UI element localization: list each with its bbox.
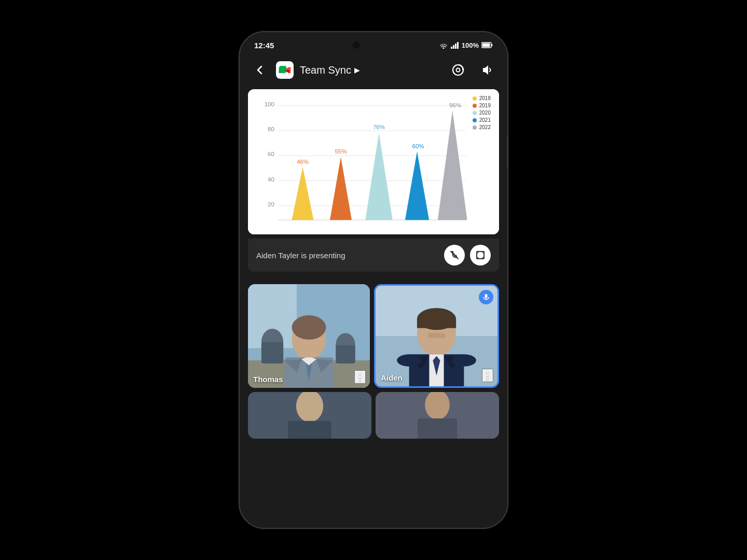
svg-point-11 [457,68,460,72]
meeting-title: Team Sync ▶ [300,64,360,76]
svg-rect-50 [428,333,445,338]
svg-text:55%: 55% [335,148,347,155]
wifi-icon [439,41,448,49]
bottom-tile-1 [248,392,371,439]
cursor-slash-icon [450,250,459,260]
svg-text:40: 40 [268,176,274,183]
bottom-tile-1-scene [248,392,371,439]
svg-text:60: 60 [268,151,274,157]
video-tile-aiden: Aiden ⋮ [374,284,499,388]
meet-logo [276,61,294,79]
svg-marker-12 [483,65,488,75]
svg-text:20: 20 [268,201,274,207]
video-tile-thomas: Thomas ⋮ [248,284,370,388]
legend-dot-2022 [473,125,477,130]
back-button[interactable] [250,60,270,80]
thomas-scene-bg [248,284,370,388]
presenter-text: Aiden Tayler is presenting [256,251,345,260]
chart-legend: 2018 2019 2020 2021 [473,95,491,130]
svg-rect-35 [261,342,283,363]
bar-2022 [438,110,467,220]
presenter-bar: Aiden Tayler is presenting [248,239,499,272]
svg-point-57 [452,354,476,367]
aiden-more-button[interactable]: ⋮ [482,369,493,382]
status-icons: 100% [439,41,493,49]
title-arrow-icon: ▶ [354,66,360,74]
legend-item-2021: 2021 [473,117,491,123]
phone-body: 12:45 100% [239,31,508,529]
thomas-name: Thomas [253,375,283,384]
legend-dot-2021 [473,118,477,122]
rotate-icon [451,63,465,77]
legend-dot-2019 [473,104,477,108]
battery-icon [481,42,493,48]
video-tiles: Thomas ⋮ [240,277,507,392]
bottom-tile-2-scene [376,392,499,439]
svg-rect-2 [455,44,457,49]
presenter-actions [444,245,491,265]
expand-button[interactable] [470,245,491,265]
legend-dot-2020 [473,111,477,115]
back-arrow-icon [254,64,266,76]
bar-2019 [330,157,352,220]
bottom-tile-2 [376,392,499,439]
svg-rect-49 [417,319,456,328]
phone-screen: 12:45 100% [240,32,507,528]
svg-rect-0 [451,47,452,49]
camera-notch [353,41,360,49]
legend-item-2018: 2018 [473,95,491,101]
legend-item-2020: 2020 [473,110,491,116]
svg-rect-5 [482,44,490,47]
svg-text:46%: 46% [297,159,309,165]
svg-point-39 [292,315,326,340]
svg-rect-6 [492,44,493,46]
svg-text:60%: 60% [412,143,424,149]
status-bar: 12:45 100% [240,32,507,55]
phone-device: 12:45 100% [239,31,508,529]
audio-icon [481,64,493,76]
rotate-camera-button[interactable] [448,60,468,80]
bar-2018 [292,167,314,220]
svg-text:96%: 96% [449,102,461,108]
svg-rect-37 [336,345,355,363]
aiden-name: Aiden [381,373,403,382]
legend-dot-2018 [473,96,477,101]
audio-button[interactable] [477,60,497,80]
aiden-scene-bg [376,286,497,386]
legend-item-2019: 2019 [473,103,491,108]
status-time: 12:45 [254,41,274,50]
svg-text:100: 100 [265,101,274,107]
svg-text:80: 80 [268,126,274,132]
top-nav: Team Sync ▶ [240,55,507,85]
svg-rect-1 [453,45,454,49]
svg-rect-3 [457,42,459,49]
battery-label: 100% [462,41,479,49]
svg-rect-58 [485,294,488,298]
aiden-speaking-indicator [479,290,493,304]
nav-right [448,60,497,80]
nav-left: Team Sync ▶ [250,60,360,80]
legend-item-2022: 2022 [473,124,491,130]
bar-2020 [365,133,393,220]
svg-text:76%: 76% [373,124,385,130]
chart-svg: 100 80 60 40 20 [258,97,489,228]
svg-point-56 [397,354,421,367]
bottom-tiles-row [240,392,507,447]
thomas-more-button[interactable]: ⋮ [354,370,366,384]
svg-rect-62 [288,421,331,439]
expand-icon [476,250,485,260]
mute-presenter-button[interactable] [444,245,465,265]
google-meet-logo-svg [276,61,294,79]
presentation-area: 2018 2019 2020 2021 [248,89,499,234]
signal-icon [451,41,459,49]
bar-2021 [405,151,429,220]
svg-rect-65 [418,418,457,439]
power-button [507,136,508,167]
chart-container: 2018 2019 2020 2021 [248,89,499,234]
mic-icon [482,293,490,301]
